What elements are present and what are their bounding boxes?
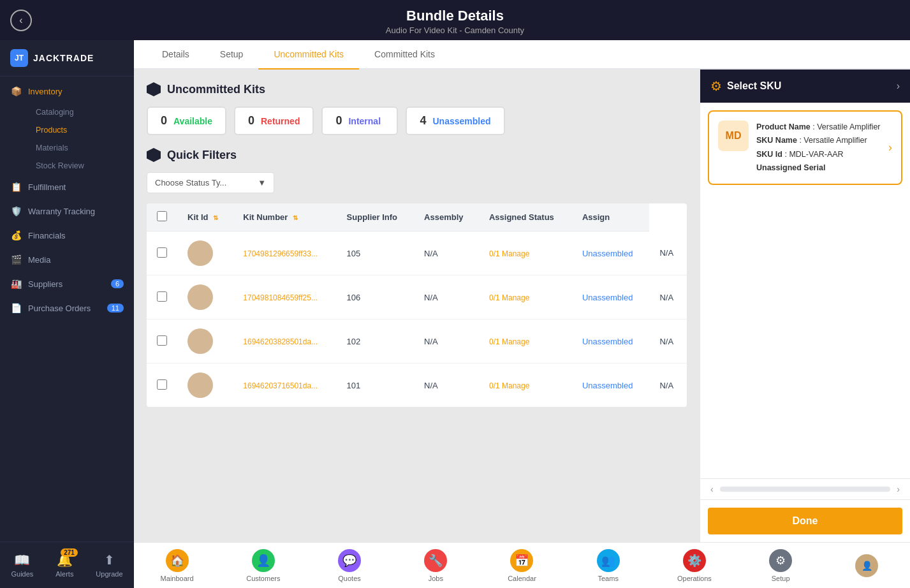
row-checkbox-cell [147, 320, 177, 364]
kit-id-link[interactable]: 1704981296659ff33... [243, 249, 318, 258]
alerts-badge: 271 [61, 548, 78, 557]
unassembled-count: 4 [420, 114, 426, 128]
sku-arrow-icon: › [888, 141, 892, 154]
unassembled-label: Unassembled [432, 116, 490, 126]
sku-card[interactable]: MD Product Name : Versatile Amplifier SK… [708, 110, 902, 185]
sort-icon-2[interactable]: ⇅ [293, 214, 298, 221]
kit-id-link[interactable]: 1704981084659ff25... [243, 293, 318, 302]
status-card-unassembled[interactable]: 4 Unassembled [406, 107, 504, 135]
page-subtitle: Audio For Video Kit - Camden County [0, 26, 910, 35]
nav-user-profile[interactable]: 👤 [844, 554, 889, 577]
logo-text: JACKTRADE [33, 53, 94, 63]
row-checkbox[interactable] [157, 291, 167, 302]
tab-details[interactable]: Details [147, 40, 205, 70]
done-button[interactable]: Done [708, 508, 902, 534]
kit-id-link[interactable]: 16946203828501da... [243, 337, 318, 346]
row-checkbox[interactable] [157, 247, 167, 258]
sidebar-item-fulfillment[interactable]: 📋 Fulfillment [0, 175, 134, 199]
nav-operations[interactable]: ⚙️ Operations [672, 549, 717, 582]
tab-setup[interactable]: Setup [205, 40, 259, 70]
operations-icon: ⚙️ [683, 549, 706, 572]
table-header-kit-id: Kit Id ⇅ [177, 203, 233, 232]
kit-id-link[interactable]: 16946203716501da... [243, 381, 318, 390]
manage-link[interactable]: 0/1 Manage [489, 381, 529, 390]
kit-avatar [187, 284, 213, 310]
jobs-label: Jobs [429, 575, 443, 582]
sidebar-bottom: 📖 Guides 🔔 271 Alerts ⬆ Upgrade [0, 541, 134, 588]
logo-icon: JT [10, 49, 28, 67]
table-header-checkbox [147, 203, 177, 232]
sidebar-item-cataloging[interactable]: Cataloging [26, 103, 134, 121]
row-checkbox-cell [147, 364, 177, 408]
upgrade-button[interactable]: ⬆ Upgrade [89, 548, 129, 582]
quotes-icon: 💬 [338, 549, 361, 572]
quotes-label: Quotes [338, 575, 360, 582]
row-status: Unassembled [572, 320, 650, 364]
row-status: Unassembled [572, 276, 650, 320]
manage-link[interactable]: 0/1 Manage [489, 337, 529, 346]
scroll-track[interactable] [720, 487, 891, 492]
scroll-prev-button[interactable]: ‹ [708, 484, 716, 494]
nav-quotes[interactable]: 💬 Quotes [327, 549, 372, 582]
sidebar-item-materials[interactable]: Materials [26, 139, 134, 157]
fulfillment-icon: 📋 [10, 181, 22, 193]
section-heading: Uncommitted Kits [167, 83, 265, 96]
nav-mainboard[interactable]: 🏠 Mainboard [155, 549, 200, 582]
status-card-available[interactable]: 0 Available [147, 107, 226, 135]
sort-icon[interactable]: ⇅ [213, 214, 218, 221]
mainboard-icon: 🏠 [166, 549, 189, 572]
nav-customers[interactable]: 👤 Customers [241, 549, 286, 582]
status-filter-dropdown[interactable]: Choose Status Ty... ▼ [147, 172, 274, 193]
row-checkbox[interactable] [157, 335, 167, 346]
tab-committed-kits[interactable]: Committed Kits [359, 40, 450, 70]
row-assembly: 0/1 Manage [479, 320, 572, 364]
row-assign: N/A [649, 320, 687, 364]
alerts-label: Alerts [55, 570, 73, 578]
internal-label: Internal [348, 116, 381, 126]
row-assembly: 0/1 Manage [479, 364, 572, 408]
alerts-button[interactable]: 🔔 271 Alerts [49, 548, 80, 582]
row-assign: N/A [649, 276, 687, 320]
tab-uncommitted-kits[interactable]: Uncommitted Kits [258, 40, 359, 70]
sidebar-item-label: Warranty Tracking [28, 207, 95, 216]
guides-button[interactable]: 📖 Guides [4, 548, 40, 582]
scroll-next-button[interactable]: › [894, 484, 902, 494]
status-card-internal[interactable]: 0 Internal [321, 107, 398, 135]
setup-label: Setup [772, 575, 790, 582]
row-checkbox[interactable] [157, 379, 167, 390]
page-content: Uncommitted Kits 0 Available 0 Returned … [134, 70, 700, 542]
sku-name-label: SKU Name [756, 136, 797, 145]
filter-placeholder: Choose Status Ty... [155, 178, 226, 187]
expand-panel-button[interactable]: › [897, 80, 900, 92]
kit-table: Kit Id ⇅ Kit Number ⇅ Supplier Info Asse… [147, 203, 687, 407]
row-supplier-info: N/A [414, 232, 479, 276]
sidebar-item-purchase-orders[interactable]: 📄 Purchase Orders 11 [0, 296, 134, 320]
sidebar-item-stock-review[interactable]: Stock Review [26, 157, 134, 175]
sidebar-item-warranty-tracking[interactable]: 🛡️ Warranty Tracking [0, 199, 134, 223]
sidebar-item-financials[interactable]: 💰 Financials [0, 223, 134, 247]
kit-avatar [187, 372, 213, 398]
nav-teams[interactable]: 👥 Teams [586, 549, 631, 582]
manage-link[interactable]: 0/1 Manage [489, 249, 529, 258]
sku-name-value: Versatile Amplifier [804, 136, 867, 145]
nav-setup[interactable]: ⚙ Setup [758, 549, 803, 582]
returned-label: Returned [261, 116, 300, 126]
row-assign: N/A [649, 364, 687, 408]
status-card-returned[interactable]: 0 Returned [234, 107, 314, 135]
table-row: 1704981084659ff25... 106 N/A 0/1 Manage … [147, 276, 687, 320]
upgrade-icon: ⬆ [104, 553, 115, 567]
product-name-label: Product Name [756, 122, 811, 131]
sidebar-item-inventory[interactable]: 📦 Inventory [0, 79, 134, 103]
back-button[interactable]: ‹ [10, 10, 32, 31]
select-all-checkbox[interactable] [157, 211, 167, 221]
row-kit-id: 1704981084659ff25... [233, 276, 336, 320]
nav-jobs[interactable]: 🔧 Jobs [413, 549, 458, 582]
nav-calendar[interactable]: 📅 Calendar [499, 549, 544, 582]
status-cards: 0 Available 0 Returned 0 Internal 4 Unas… [147, 107, 687, 135]
sidebar-item-label: Financials [28, 231, 66, 240]
sidebar-item-media[interactable]: 🎬 Media [0, 247, 134, 272]
returned-count: 0 [248, 114, 254, 128]
sidebar-item-products[interactable]: Products [26, 121, 134, 139]
sidebar-item-suppliers[interactable]: 🏭 Suppliers 6 [0, 272, 134, 296]
manage-link[interactable]: 0/1 Manage [489, 293, 529, 302]
